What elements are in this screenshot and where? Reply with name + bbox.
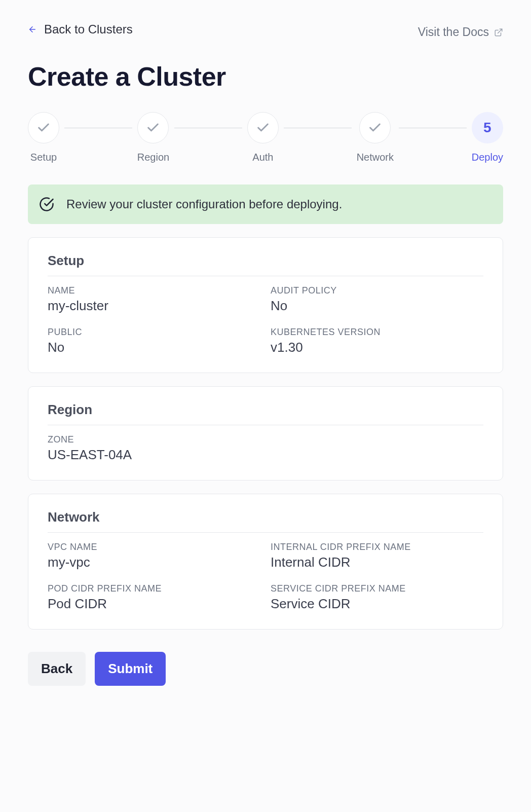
field-internal-cidr: INTERNAL CIDR PREFIX NAME Internal CIDR: [271, 542, 483, 570]
field-label: SERVICE CIDR PREFIX NAME: [271, 583, 483, 594]
field-value: v1.30: [271, 340, 483, 355]
check-icon: [256, 121, 270, 135]
field-value: my-cluster: [48, 298, 260, 314]
field-label: ZONE: [48, 434, 483, 445]
step-auth[interactable]: Auth: [247, 112, 279, 163]
summary-card-region: Region ZONE US-EAST-04A: [28, 386, 503, 481]
field-label: INTERNAL CIDR PREFIX NAME: [271, 542, 483, 552]
check-circle-icon: [39, 197, 54, 212]
field-label: POD CIDR PREFIX NAME: [48, 583, 260, 594]
step-label: Region: [137, 152, 169, 163]
arrow-left-icon: [28, 25, 37, 34]
card-title: Region: [48, 402, 483, 425]
check-icon: [368, 121, 382, 135]
field-value: US-EAST-04A: [48, 447, 483, 463]
step-connector: [64, 128, 132, 128]
check-icon: [36, 121, 51, 135]
field-label: PUBLIC: [48, 327, 260, 338]
wizard-stepper: Setup Region Auth Network 5 Deploy: [28, 112, 503, 163]
step-network[interactable]: Network: [357, 112, 394, 163]
external-link-icon: [494, 28, 503, 37]
field-value: Pod CIDR: [48, 596, 260, 612]
review-alert: Review your cluster configuration before…: [28, 184, 503, 224]
field-audit-policy: AUDIT POLICY No: [271, 285, 483, 314]
field-value: No: [271, 298, 483, 314]
step-number: 5: [472, 112, 503, 143]
back-link-label: Back to Clusters: [44, 22, 133, 36]
step-deploy[interactable]: 5 Deploy: [472, 112, 503, 163]
field-label: AUDIT POLICY: [271, 285, 483, 296]
alert-text: Review your cluster configuration before…: [66, 197, 342, 211]
page-title: Create a Cluster: [28, 61, 503, 92]
step-connector: [284, 128, 352, 128]
field-zone: ZONE US-EAST-04A: [48, 434, 483, 463]
back-to-clusters-link[interactable]: Back to Clusters: [28, 22, 133, 36]
field-vpc-name: VPC NAME my-vpc: [48, 542, 260, 570]
visit-docs-link[interactable]: Visit the Docs: [418, 25, 503, 39]
step-setup[interactable]: Setup: [28, 112, 59, 163]
field-value: my-vpc: [48, 555, 260, 570]
field-name: NAME my-cluster: [48, 285, 260, 314]
field-public: PUBLIC No: [48, 327, 260, 355]
field-label: KUBERNETES VERSION: [271, 327, 483, 338]
field-service-cidr: SERVICE CIDR PREFIX NAME Service CIDR: [271, 583, 483, 612]
card-title: Setup: [48, 253, 483, 276]
back-button[interactable]: Back: [28, 652, 86, 686]
step-connector: [174, 128, 242, 128]
field-kubernetes-version: KUBERNETES VERSION v1.30: [271, 327, 483, 355]
field-pod-cidr: POD CIDR PREFIX NAME Pod CIDR: [48, 583, 260, 612]
field-label: VPC NAME: [48, 542, 260, 552]
svg-line-1: [498, 29, 502, 33]
docs-link-label: Visit the Docs: [418, 25, 489, 39]
wizard-footer-actions: Back Submit: [28, 652, 503, 686]
field-value: No: [48, 340, 260, 355]
step-region[interactable]: Region: [137, 112, 169, 163]
step-label: Network: [357, 152, 394, 163]
step-label: Setup: [30, 152, 57, 163]
submit-button[interactable]: Submit: [95, 652, 166, 686]
step-label: Deploy: [472, 152, 503, 163]
field-value: Service CIDR: [271, 596, 483, 612]
summary-card-network: Network VPC NAME my-vpc INTERNAL CIDR PR…: [28, 494, 503, 630]
field-value: Internal CIDR: [271, 555, 483, 570]
check-icon: [146, 121, 160, 135]
field-label: NAME: [48, 285, 260, 296]
step-label: Auth: [252, 152, 273, 163]
step-connector: [399, 128, 467, 128]
card-title: Network: [48, 509, 483, 533]
summary-card-setup: Setup NAME my-cluster AUDIT POLICY No PU…: [28, 237, 503, 373]
